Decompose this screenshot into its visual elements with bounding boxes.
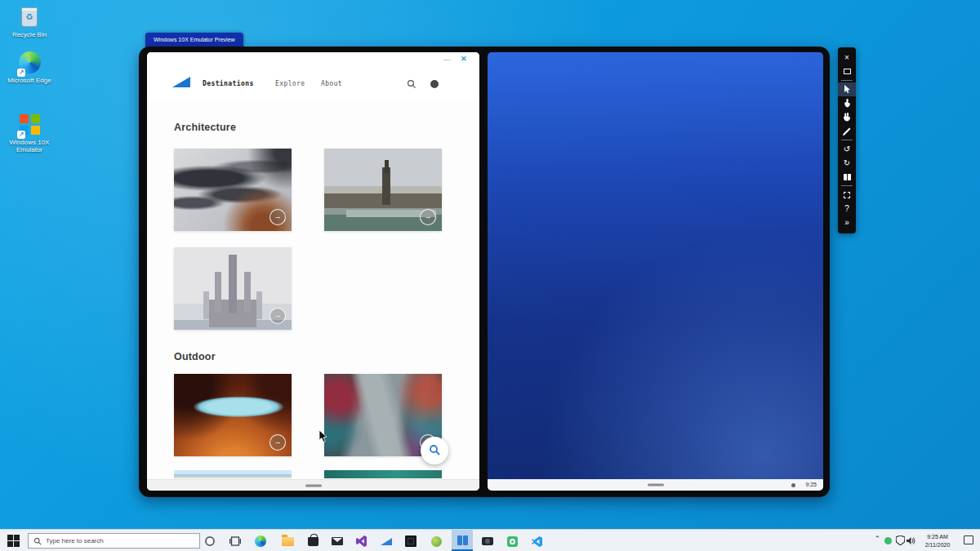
app-header: Destinations Explore About — ✕ [147,52,479,100]
card-cathedral-spires[interactable]: → [174,247,292,330]
desktop-icon-edge[interactable]: ↗ Microsoft Edge [3,51,56,84]
emulator-title-tab[interactable]: Windows 10X Emulator Preview [145,33,243,47]
taskbar-green-o-app-icon[interactable] [501,533,523,549]
search-placeholder: Type here to search [46,537,104,544]
taskbar-microsoft-emulator-icon-active[interactable] [452,530,473,551]
mouse-cursor [318,430,328,443]
right-screen-tray-icon[interactable] [791,483,795,487]
toolbar-collapse-icon[interactable]: » [838,216,856,229]
toolbar-touch-tool-icon[interactable] [838,96,856,110]
emulator-toolbar: × ↺ ↻ ? » [838,47,856,233]
defender-shield-icon[interactable] [896,535,905,547]
toolbar-divider [841,140,853,140]
taskbar-sample-app-icon[interactable] [376,533,397,549]
card-ocean-partial[interactable] [324,470,442,478]
taskbar-edge-icon[interactable] [250,533,271,549]
section-title-outdoor: Outdoor [174,351,216,362]
green-status-icon[interactable] [884,537,892,544]
desktop-icon-emulator[interactable]: ↗ Windows 10X Emulator [3,113,56,153]
app-logo-icon[interactable] [172,77,190,87]
toolbar-cursor-tool-icon[interactable] [838,82,856,96]
desktop-icon-label: Windows 10X Emulator [3,139,56,153]
taskbar-clock[interactable]: 9:25 AM 2/11/2020 [920,533,956,549]
toolbar-multi-touch-tool-icon[interactable] [838,110,856,124]
gesture-pill[interactable] [305,484,322,487]
taskbar-android-emulator-icon[interactable] [425,533,447,549]
toolbar-rotate-right-icon[interactable]: ↻ [838,156,856,170]
clock-date: 2/11/2020 [920,541,956,549]
profile-icon[interactable] [430,80,439,88]
clock-time: 9:25 AM [920,533,956,541]
emulator-right-screen: 9:25 [488,52,823,491]
fab-search-icon [429,444,441,456]
emulator-shortcut-icon: ↗ [17,113,42,137]
right-screen-clock[interactable]: 9:25 [805,482,817,487]
taskbar-device-app-icon[interactable] [477,533,498,549]
action-center-icon[interactable] [964,535,973,544]
card-go-button[interactable]: → [270,308,286,324]
taskbar-dark-app-icon[interactable] [400,533,421,549]
desktop-icon-label: Microsoft Edge [3,77,56,84]
card-big-ben-london[interactable]: → [324,149,442,231]
gesture-pill[interactable] [648,484,664,487]
toolbar-dual-screen-icon[interactable] [838,170,856,184]
windows-taskbar: Type here to search ⌃ [0,529,980,551]
recycle-bin-icon: ♻ [17,5,42,29]
nav-explore[interactable]: Explore [275,80,305,87]
nav-destinations[interactable]: Destinations [203,80,254,87]
card-antelope-canyon[interactable]: → [174,374,292,456]
taskbar-vs-code-icon[interactable] [526,533,547,549]
explore-fab-button[interactable] [421,437,448,464]
start-button[interactable] [7,535,20,547]
ocean-image [324,470,442,478]
search-icon [33,537,42,545]
taskbar-search-input[interactable]: Type here to search [28,533,200,549]
app-close-button[interactable]: ✕ [461,55,467,63]
card-beach-partial[interactable] [174,470,292,478]
edge-icon: ↗ [17,51,42,75]
toolbar-fit-to-screen-icon[interactable] [838,188,856,202]
search-icon[interactable] [407,79,416,89]
section-title-architecture: Architecture [174,122,236,133]
toolbar-pen-tool-icon[interactable] [838,124,856,138]
desktop-icon-label: Recycle Bin [3,31,56,38]
emulator-left-screen: Destinations Explore About — ✕ Architect… [147,52,479,491]
hidden-icons-chevron[interactable]: ⌃ [874,535,880,543]
app-minimize-button[interactable]: — [443,56,452,64]
taskbar-task-view-icon[interactable] [225,533,246,549]
toolbar-help-icon[interactable]: ? [838,202,856,216]
desktop: ♻ Recycle Bin ↗ Microsoft Edge ↗ Windows… [0,0,980,551]
taskbar-file-explorer-icon[interactable] [277,533,298,549]
toolbar-divider [841,80,853,81]
taskbar-visual-studio-icon[interactable] [351,533,372,549]
toolbar-divider [841,185,853,186]
left-screen-taskbar [147,479,479,491]
right-screen-taskbar: 9:25 [488,479,823,491]
card-go-button[interactable]: → [270,209,286,225]
taskbar-store-icon[interactable] [302,533,323,549]
beach-image [174,470,292,478]
card-temple-branches[interactable]: → [174,149,292,231]
nav-about[interactable]: About [321,80,342,87]
card-go-button[interactable]: → [420,209,436,225]
toolbar-window-icon[interactable] [838,64,856,78]
taskbar-cortana-icon[interactable] [199,533,220,549]
desktop-icon-recycle-bin[interactable]: ♻ Recycle Bin [3,5,56,38]
taskbar-mail-icon[interactable] [327,533,348,549]
toolbar-rotate-left-icon[interactable]: ↺ [838,142,856,156]
card-go-button[interactable]: → [270,434,286,451]
emulator-window: Destinations Explore About — ✕ Architect… [139,47,830,497]
speaker-icon[interactable] [906,536,916,547]
toolbar-close-icon[interactable]: × [838,51,856,64]
